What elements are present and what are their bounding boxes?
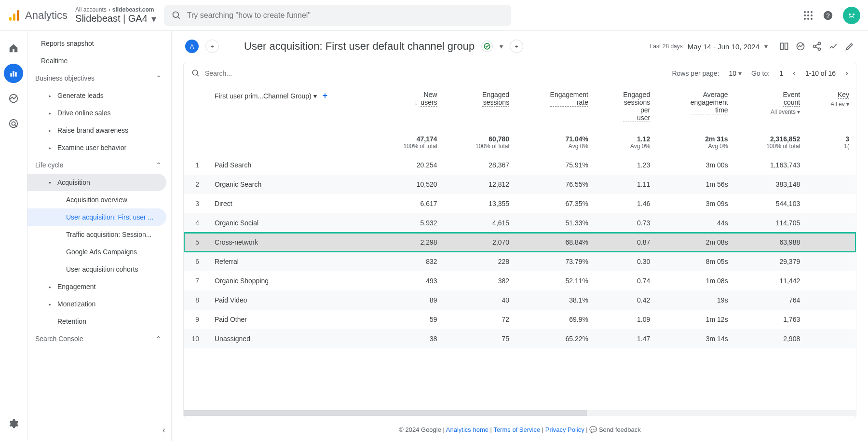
sidebar-item-generate-leads[interactable]: ▸Generate leads <box>27 87 171 104</box>
sidebar-item-monetization[interactable]: ▸Monetization <box>27 295 171 313</box>
user-avatar[interactable] <box>843 7 860 24</box>
tos-link[interactable]: Terms of Service <box>493 426 540 433</box>
sidebar-item-acquisition[interactable]: ▾Acquisition <box>27 174 166 191</box>
sidebar-item-google-ads-campaigns[interactable]: Google Ads Campaigns <box>27 243 171 261</box>
date-range-value[interactable]: May 14 - Jun 10, 2024 <box>688 42 760 51</box>
breadcrumb-all: All accounts <box>75 6 107 13</box>
cell: 383,148 <box>735 175 807 194</box>
property-selector[interactable]: All accounts › slidebeast.com Slidebeast… <box>75 6 156 25</box>
column-header[interactable]: EventcountAll events ▾ <box>735 84 807 129</box>
date-range-label: Last 28 days <box>650 43 683 50</box>
cell: 65.22% <box>516 329 595 348</box>
add-segment-button[interactable]: + <box>205 40 219 53</box>
column-header[interactable]: Engagedsessions <box>444 84 516 129</box>
column-header[interactable]: Engagementrate <box>516 84 595 129</box>
cell: 832 <box>372 252 444 271</box>
advertising-icon[interactable] <box>4 114 23 133</box>
search-input[interactable] <box>187 11 503 20</box>
cell: 63,988 <box>735 233 807 252</box>
sidebar-section-business-objectives[interactable]: Business objectives ⌃ <box>27 69 171 87</box>
sidebar-item-examine-user-behavior[interactable]: ▸Examine user behavior <box>27 139 171 156</box>
table-row[interactable]: 9Paid Other597269.9%1.091m 12s1,763 <box>184 310 856 329</box>
column-header[interactable]: Averageengagementtime <box>657 84 734 129</box>
table-row[interactable]: 3Direct6,61713,35567.35%1.463m 09s544,10… <box>184 194 856 213</box>
explore-icon[interactable] <box>4 89 23 108</box>
cell: 1,163,743 <box>735 155 807 175</box>
sidebar-item-user-acquisition-cohorts[interactable]: User acquisition cohorts <box>27 261 171 278</box>
table-row[interactable]: 7Organic Shopping49338252.11%0.741m 08s1… <box>184 271 856 290</box>
column-header[interactable]: Engagedsessionsperuser <box>595 84 657 129</box>
sidebar-item-retention[interactable]: Retention <box>27 313 171 330</box>
table-row[interactable]: 8Paid Video894038.1%0.4219s764 <box>184 290 856 310</box>
totals-cell: 60,780100% of total <box>444 129 516 156</box>
help-icon[interactable]: ? <box>823 10 833 21</box>
totals-cell: 47,174100% of total <box>372 129 444 156</box>
edit-icon[interactable] <box>845 41 854 51</box>
row-index: 7 <box>184 271 208 290</box>
feedback-link[interactable]: Send feedback <box>599 426 641 433</box>
sidebar-item-traffic-acquisition[interactable]: Traffic acquisition: Session... <box>27 226 171 243</box>
table-row[interactable]: 5Cross-network2,2982,07068.84%0.872m 08s… <box>184 233 856 252</box>
cell: 69.9% <box>516 310 595 329</box>
caret-down-icon[interactable]: ▾ <box>764 42 768 50</box>
chevron-up-icon: ⌃ <box>156 161 162 169</box>
cell: 1m 08s <box>657 271 734 290</box>
caret-down-icon[interactable]: ▾ <box>500 42 503 50</box>
cell: 75 <box>444 329 516 348</box>
sidebar-item-user-acquisition[interactable]: User acquisition: First user ... <box>27 208 166 226</box>
next-page-icon[interactable]: › <box>845 68 848 78</box>
feedback-icon: 💬 <box>589 426 597 433</box>
apps-icon[interactable] <box>803 11 813 20</box>
sidebar-snapshot[interactable]: Reports snapshot <box>27 35 171 52</box>
row-index: 5 <box>184 233 208 252</box>
column-header[interactable]: ↓Newusers <box>372 84 444 129</box>
rows-per-page-select[interactable]: 10 ▾ <box>729 69 742 77</box>
home-icon[interactable] <box>4 39 23 58</box>
row-index: 6 <box>184 252 208 271</box>
goto-value[interactable]: 1 <box>779 69 783 77</box>
cell: 67.35% <box>516 194 595 213</box>
add-comparison-button[interactable]: + <box>510 40 523 53</box>
settings-icon[interactable] <box>4 414 23 433</box>
verified-icon[interactable] <box>481 41 493 52</box>
segment-chip[interactable]: A <box>185 40 199 53</box>
sidebar-item-acquisition-overview[interactable]: Acquisition overview <box>27 191 171 208</box>
reports-icon[interactable] <box>4 64 23 83</box>
collapse-sidebar-icon[interactable]: ‹ <box>163 425 165 435</box>
add-dimension-button[interactable]: + <box>323 91 328 101</box>
cell: 1.46 <box>595 194 657 213</box>
cell: 1.23 <box>595 155 657 175</box>
table-search-input[interactable] <box>205 69 667 77</box>
search-bar[interactable] <box>164 5 511 26</box>
table-row[interactable]: 4Organic Social5,9324,61551.33%0.7344s11… <box>184 213 856 233</box>
table-row[interactable]: 6Referral83222873.79%0.308m 05s29,379 <box>184 252 856 271</box>
sidebar-realtime[interactable]: Realtime <box>27 52 171 69</box>
horizontal-scrollbar[interactable] <box>184 410 856 416</box>
dimension-select[interactable]: First user prim...Channel Group) ▾ <box>215 92 317 100</box>
row-index: 2 <box>184 175 208 194</box>
prev-page-icon[interactable]: ‹ <box>793 68 796 78</box>
table-row[interactable]: 1Paid Search20,25428,36775.91%1.233m 00s… <box>184 155 856 175</box>
svg-point-8 <box>804 14 806 16</box>
table-row[interactable]: 10Unassigned387565.22%1.473m 14s2,908 <box>184 329 856 348</box>
sidebar-item-engagement[interactable]: ▸Engagement <box>27 278 171 295</box>
table-row[interactable]: 2Organic Search10,52012,81276.55%1.111m … <box>184 175 856 194</box>
cell: 11,442 <box>735 271 807 290</box>
share-icon[interactable] <box>812 41 822 51</box>
analytics-home-link[interactable]: Analytics home <box>446 426 488 433</box>
column-header[interactable]: KeyAll ev ▾ <box>807 84 856 129</box>
cell <box>807 290 856 310</box>
compare-icon[interactable] <box>779 41 789 51</box>
sidebar-section-life-cycle[interactable]: Life cycle ⌃ <box>27 156 171 174</box>
totals-cell: 2,316,852100% of total <box>735 129 807 156</box>
sidebar-section-search-console[interactable]: Search Console ⌃ <box>27 330 171 347</box>
cell: 764 <box>735 290 807 310</box>
sidebar-item-drive-online-sales[interactable]: ▸Drive online sales <box>27 104 171 122</box>
cell: 19s <box>657 290 734 310</box>
cell: 13,355 <box>444 194 516 213</box>
privacy-link[interactable]: Privacy Policy <box>545 426 584 433</box>
cell <box>807 155 856 175</box>
sidebar-item-raise-brand-awareness[interactable]: ▸Raise brand awareness <box>27 122 171 139</box>
trend-icon[interactable] <box>828 41 838 51</box>
insights-icon[interactable] <box>796 41 805 51</box>
